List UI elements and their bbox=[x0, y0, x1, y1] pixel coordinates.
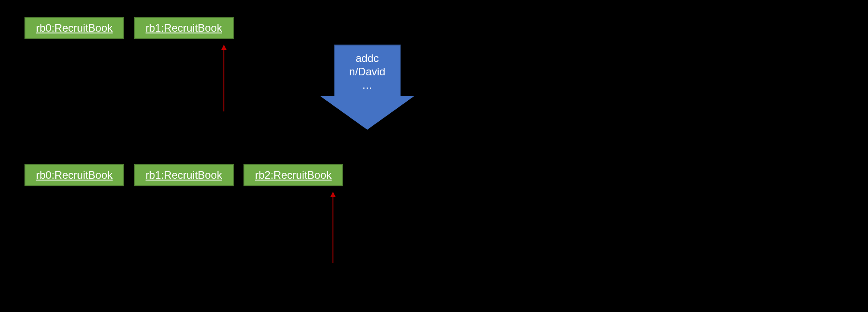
object-box-rb1-after: rb1:RecruitBook bbox=[134, 164, 234, 186]
command-arrow-body: addc n/David … bbox=[334, 45, 401, 96]
object-box-rb2-after: rb2:RecruitBook bbox=[243, 164, 343, 186]
object-label: rb0:RecruitBook bbox=[36, 22, 113, 35]
command-arrow-head-icon bbox=[320, 96, 414, 130]
object-label: rb2:RecruitBook bbox=[255, 169, 332, 182]
object-box-rb0-before: rb0:RecruitBook bbox=[24, 17, 124, 39]
arrow-shaft bbox=[333, 196, 333, 263]
object-label: rb1:RecruitBook bbox=[146, 169, 222, 182]
command-text-line1: addc bbox=[339, 52, 395, 65]
object-box-rb1-before: rb1:RecruitBook bbox=[134, 17, 234, 39]
object-box-rb0-after: rb0:RecruitBook bbox=[24, 164, 124, 186]
command-text-line2: n/David bbox=[339, 65, 395, 78]
object-label: rb1:RecruitBook bbox=[146, 22, 222, 35]
object-label: rb0:RecruitBook bbox=[36, 169, 113, 182]
arrow-shaft bbox=[223, 49, 224, 111]
command-arrow: addc n/David … bbox=[320, 45, 414, 130]
command-text-line3: … bbox=[339, 78, 395, 92]
